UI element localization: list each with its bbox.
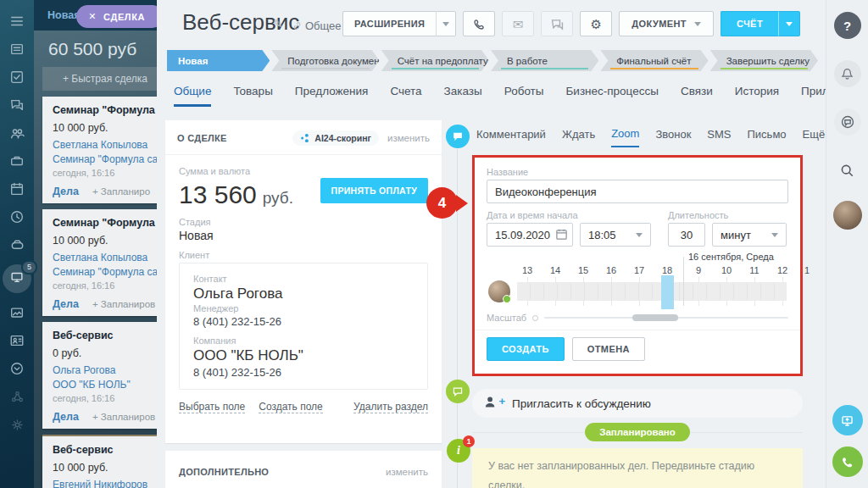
messenger-panel-button[interactable] — [834, 108, 861, 136]
selected-time-slot[interactable] — [661, 275, 674, 309]
time-icon[interactable] — [8, 208, 26, 226]
accept-payment-button[interactable]: ПРИНЯТЬ ОПЛАТУ — [320, 178, 428, 203]
quick-deal-button[interactable]: + Быстрая сделка — [42, 67, 157, 91]
chevron-down-circle-icon[interactable] — [8, 359, 26, 378]
tab-history[interactable]: История — [735, 85, 779, 107]
deal-card-plan-link[interactable]: + Запланиров — [92, 412, 155, 422]
extensions-dropdown-button[interactable] — [436, 11, 456, 36]
tab-call[interactable]: Звонок — [655, 127, 691, 147]
tab-general[interactable]: Общие — [174, 85, 211, 107]
deal-card[interactable]: Семинар "Формула сайт 10 000 руб. Светла… — [42, 209, 157, 316]
deal-card-company-link[interactable]: Семинар "Формула сайта — [53, 153, 157, 165]
company-icon[interactable] — [8, 152, 26, 170]
deal-card[interactable]: Веб-сервис 10 000 руб. Евгений Никифоров… — [42, 435, 157, 488]
invoice-button[interactable]: СЧЁТ — [721, 11, 778, 36]
invoice-dropdown-button[interactable] — [778, 11, 800, 36]
contacts-card-icon[interactable] — [8, 331, 26, 350]
tab-wait[interactable]: Ждать — [562, 127, 595, 147]
start-time-select[interactable]: 18:05 — [580, 223, 651, 247]
deal-card-company-link[interactable]: Семинар "Формула сайта — [53, 266, 157, 278]
tab-comment[interactable]: Комментарий — [476, 127, 546, 147]
cancel-button[interactable]: ОТМЕНА — [572, 337, 645, 361]
company-phone[interactable]: 8 (401) 232-15-26 — [193, 366, 414, 379]
company-name-link[interactable]: ООО "КБ НОЛЬ" — [193, 347, 414, 364]
calendar-icon[interactable] — [555, 228, 568, 241]
duration-unit-select[interactable]: минут — [712, 223, 787, 247]
deal-card-activities-link[interactable]: Дела — [53, 298, 79, 310]
deal-card[interactable]: Семинар "Формула сайт 10 000 руб. Светла… — [42, 97, 157, 203]
deal-card-activities-link[interactable]: Дела — [53, 411, 79, 423]
edit-section-link[interactable]: изменить — [387, 133, 430, 143]
busy-band[interactable] — [517, 282, 787, 301]
invite-to-discussion-button[interactable]: + Пригласить к обсуждению — [472, 389, 803, 418]
deal-card-contact-link[interactable]: Светлана Копылова — [53, 252, 157, 263]
crm-icon[interactable] — [8, 236, 26, 254]
call-button[interactable] — [463, 11, 495, 36]
photos-icon[interactable] — [8, 303, 26, 322]
select-field-link[interactable]: Выбрать поле — [179, 401, 245, 413]
stage-underline — [721, 68, 808, 69]
deal-card[interactable]: Веб-сервис 0 руб. Ольга Рогова ООО "КБ Н… — [42, 322, 157, 429]
ai-scoring-button[interactable]: AI24-скоринг — [292, 130, 379, 146]
company-label: Компания — [193, 336, 414, 346]
messenger-icon[interactable] — [8, 96, 26, 114]
extensions-button[interactable]: РАСШИРЕНИЯ — [342, 11, 436, 36]
calendar-icon[interactable] — [8, 180, 26, 198]
tab-sms[interactable]: SMS — [707, 127, 731, 147]
tab-quotes[interactable]: Предложения — [295, 85, 369, 107]
edit-additional-link[interactable]: изменить — [386, 467, 428, 477]
tab-products[interactable]: Товары — [233, 85, 272, 107]
stage-close-deal[interactable]: Завершить сделку — [710, 50, 818, 71]
settings-button[interactable]: ⚙ — [580, 11, 612, 36]
deal-card-activities-link[interactable]: Дела — [53, 186, 79, 197]
tab-business-processes[interactable]: Бизнес-процессы — [565, 85, 658, 107]
deal-card-plan-link[interactable]: + Запланиро — [92, 186, 150, 197]
mail-button[interactable]: ✉ — [502, 11, 534, 36]
tab-orders[interactable]: Заказы — [444, 85, 482, 107]
duration-value-input[interactable] — [668, 223, 705, 247]
employees-icon[interactable] — [8, 124, 26, 142]
deal-card-contact-link[interactable]: Ольга Рогова — [53, 364, 157, 376]
network-icon[interactable] — [8, 387, 26, 406]
feed-icon[interactable] — [8, 40, 26, 58]
deal-card-contact-link[interactable]: Светлана Копылова — [53, 139, 157, 151]
edit-title-icon[interactable]: ✎ — [273, 17, 283, 30]
deal-card-plan-link[interactable]: + Запланиров — [92, 299, 155, 309]
stage-doc-preparation[interactable]: Подготовка документ... — [271, 50, 379, 71]
tab-zoom[interactable]: Zoom — [611, 127, 639, 147]
create-button[interactable]: СОЗДАТЬ — [487, 337, 565, 361]
deal-info-panel: О СДЕЛКЕ AI24-скоринг изменить Сумма и в… — [165, 120, 442, 443]
notifications-button[interactable] — [834, 60, 861, 87]
help-button[interactable]: ? — [834, 12, 861, 39]
tab-invoices[interactable]: Счета — [390, 85, 421, 107]
stage-prepayment-invoice[interactable]: Счёт на предоплату — [381, 50, 489, 71]
menu-icon[interactable] — [8, 12, 26, 30]
scale-slider-handle[interactable] — [632, 314, 678, 321]
sites-selected-item[interactable]: 5 — [3, 264, 31, 293]
telephony-button[interactable] — [832, 446, 863, 477]
document-button[interactable]: ДОКУМЕНТ — [619, 11, 714, 36]
desktop-app-button[interactable] — [832, 405, 863, 435]
settings-icon[interactable] — [8, 415, 26, 434]
tab-robots[interactable]: Роботы — [504, 85, 544, 107]
search-button[interactable] — [834, 157, 861, 184]
deal-card-company-link[interactable]: ООО "КБ НОЛЬ" — [53, 379, 157, 391]
stage-new[interactable]: Новая — [167, 50, 270, 71]
contact-name-link[interactable]: Ольга Рогова — [193, 286, 414, 302]
contact-phone[interactable]: 8 (401) 232-15-26 — [193, 315, 414, 328]
delete-section-link[interactable]: Удалить раздел — [353, 401, 428, 413]
tab-dependencies[interactable]: Связи — [681, 85, 713, 107]
chat-button[interactable] — [541, 11, 573, 36]
tasks-icon[interactable] — [8, 68, 26, 86]
deal-card-contact-link[interactable]: Евгений Никифоров — [53, 479, 157, 488]
stage-in-progress[interactable]: В работе — [491, 50, 598, 71]
tab-email[interactable]: Письмо — [748, 127, 787, 147]
stage-final-invoice[interactable]: Финальный счёт — [600, 50, 708, 71]
scale-slider[interactable] — [544, 317, 788, 319]
scale-reset-icon[interactable] — [532, 315, 538, 321]
meeting-name-input[interactable] — [487, 180, 788, 203]
user-avatar[interactable] — [833, 201, 862, 230]
add-deal-button[interactable]: ✕СДЕЛКА — [76, 5, 157, 28]
create-field-link[interactable]: Создать поле — [259, 401, 323, 413]
link-icon[interactable] — [292, 19, 303, 35]
